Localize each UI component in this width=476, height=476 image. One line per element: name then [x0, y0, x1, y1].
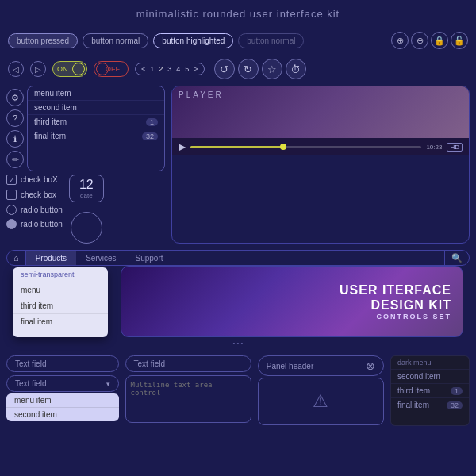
dropdown-nav-item-3[interactable]: third item	[13, 298, 108, 314]
player-panel: PLAYER ▶ 10:23 HD	[171, 86, 470, 244]
dark-menu: dark menu second item third item 1 final…	[390, 355, 470, 426]
sidebar-icon-info[interactable]: ℹ	[6, 130, 24, 148]
menu-item-4[interactable]: final item 32	[28, 129, 164, 143]
toggle-on-knob	[72, 63, 85, 75]
player-screen: PLAYER	[172, 86, 469, 138]
page-title: minimalistic rounded user interface kit	[0, 0, 476, 25]
warning-icon: ⚠	[313, 391, 328, 412]
text-field-1[interactable]: Text field	[6, 355, 119, 372]
nav-tab-support[interactable]: Support	[125, 251, 172, 265]
chevron-down-icon: ▾	[106, 380, 110, 388]
progress-fill	[190, 146, 283, 148]
text-field-2-area: Text field	[125, 355, 251, 426]
date-number: 12	[72, 178, 101, 192]
arrow-left-icon[interactable]: ◁	[8, 61, 24, 77]
menu-item-2[interactable]: second item	[28, 101, 164, 115]
lock2-icon[interactable]: 🔓	[451, 32, 468, 49]
sidebar-icon-edit[interactable]: ✏	[6, 151, 24, 168]
plus-icon[interactable]: ⊕	[391, 32, 409, 49]
radio-2[interactable]: radio button	[6, 219, 63, 229]
menu-items: menu item second item third item 1 final…	[27, 86, 165, 171]
nav-tab-products[interactable]: Products	[26, 251, 76, 265]
action-icon-1[interactable]: ↺	[214, 59, 235, 79]
banner-area: USER ITERFACE DESIGN KIT CONTROLS SET	[121, 266, 463, 337]
button-highlighted[interactable]: button highlighted	[153, 33, 233, 48]
panel-header: Panel header ⊗	[258, 355, 384, 376]
dark-menu-title: dark menu	[391, 356, 469, 369]
nav-home-icon[interactable]: ⌂	[7, 251, 26, 265]
dropdown-nav-item-1[interactable]: semi-transparent	[13, 267, 108, 282]
dark-menu-item-1[interactable]: second item	[391, 369, 469, 383]
toggle-on-label: ON	[57, 65, 68, 73]
dark-menu-item-2[interactable]: third item 1	[391, 383, 469, 397]
pager-2[interactable]: 2	[157, 65, 164, 73]
action-icon-2[interactable]: ↻	[238, 59, 259, 79]
text-field-2[interactable]: Text field	[125, 355, 251, 372]
player-label: PLAYER	[178, 90, 224, 99]
controls-row: ◁ ▷ ON OFF < 1 2 3 4 5 > ↺ ↻ ☆ ⏱	[0, 56, 476, 83]
pager-5[interactable]: 5	[183, 65, 190, 73]
lock-icon[interactable]: 🔒	[431, 32, 448, 49]
dropdown-open: menu item second item	[6, 393, 119, 421]
circle-widget[interactable]	[71, 212, 102, 244]
dropdown-nav: semi-transparent menu third item final i…	[13, 267, 108, 337]
checkbox-1-box[interactable]	[6, 175, 17, 185]
button-pressed[interactable]: button pressed	[8, 33, 78, 48]
dropdown-item-1[interactable]: menu item	[6, 393, 119, 408]
pager-1[interactable]: 1	[148, 65, 155, 73]
checkbox-2-box[interactable]	[6, 190, 17, 200]
button-normal-light[interactable]: button normal	[238, 33, 304, 48]
close-icon[interactable]: ⊗	[366, 359, 375, 372]
nav-tab-services[interactable]: Services	[76, 251, 125, 265]
sidebar-icon-gear[interactable]: ⚙	[6, 89, 24, 106]
button-normal[interactable]: button normal	[83, 33, 148, 48]
banner-text: USER ITERFACE DESIGN KIT CONTROLS SET	[340, 282, 451, 321]
pager-4[interactable]: 4	[175, 65, 182, 73]
icon-row: ⊕ ⊖ 🔒 🔓	[391, 32, 468, 49]
arrow-right-icon[interactable]: ▷	[30, 61, 46, 77]
dropdown-nav-item-2[interactable]: menu	[13, 282, 108, 298]
date-label: date	[72, 192, 101, 199]
banner-title-2: DESIGN KIT	[340, 298, 451, 313]
player-controls: ▶ 10:23 HD	[172, 138, 469, 155]
pager[interactable]: < 1 2 3 4 5 >	[135, 63, 205, 75]
play-button[interactable]: ▶	[178, 141, 186, 152]
action-icon-star[interactable]: ☆	[262, 59, 282, 79]
progress-knob	[280, 144, 286, 150]
checkbox-1[interactable]: check boX	[6, 175, 63, 185]
minus-icon[interactable]: ⊖	[411, 32, 428, 49]
buttons-row: button pressed button normal button high…	[0, 25, 476, 56]
date-circle-area: 12 date	[69, 175, 104, 244]
date-widget[interactable]: 12 date	[69, 175, 104, 202]
progress-bar[interactable]	[190, 146, 421, 148]
toggle-on[interactable]: ON	[52, 61, 87, 77]
pager-next[interactable]: >	[192, 65, 199, 73]
radio-1-btn[interactable]	[6, 205, 17, 215]
left-panel: ⚙ ? ℹ ✏ menu item second item third item…	[6, 86, 165, 244]
main-area: ⚙ ? ℹ ✏ menu item second item third item…	[0, 83, 476, 247]
menu-item-3[interactable]: third item 1	[28, 115, 164, 129]
panel-body: ⚠	[258, 378, 384, 425]
menu-item-1[interactable]: menu item	[28, 86, 164, 101]
sidebar-menu: ⚙ ? ℹ ✏ menu item second item third item…	[6, 86, 165, 171]
text-field-1-area: Text field Text field ▾ menu item second…	[6, 355, 119, 426]
nav-search-icon[interactable]: 🔍	[444, 251, 469, 265]
sidebar-icon-help[interactable]: ?	[6, 109, 24, 127]
radio-2-btn[interactable]	[6, 219, 17, 229]
pager-3[interactable]: 3	[166, 65, 173, 73]
dark-menu-item-3[interactable]: final item 32	[391, 397, 469, 412]
dropdown-item-2[interactable]: second item	[6, 408, 119, 421]
dark-badge-1: 1	[451, 387, 463, 395]
text-field-dropdown[interactable]: Text field ▾	[6, 375, 119, 392]
pager-prev[interactable]: <	[140, 65, 147, 73]
time-label: 10:23	[426, 144, 442, 151]
checkbox-2[interactable]: check box	[6, 190, 63, 200]
radio-1[interactable]: radio button	[6, 205, 63, 215]
badge-2: 32	[142, 132, 158, 140]
toggle-off[interactable]: OFF	[94, 61, 129, 77]
sidebar-icons: ⚙ ? ℹ ✏	[6, 86, 27, 171]
multiline-field[interactable]	[125, 375, 251, 423]
toggle-off-knob	[96, 63, 109, 75]
dropdown-nav-item-4[interactable]: final item	[13, 314, 108, 329]
action-icon-clock[interactable]: ⏱	[286, 59, 306, 79]
